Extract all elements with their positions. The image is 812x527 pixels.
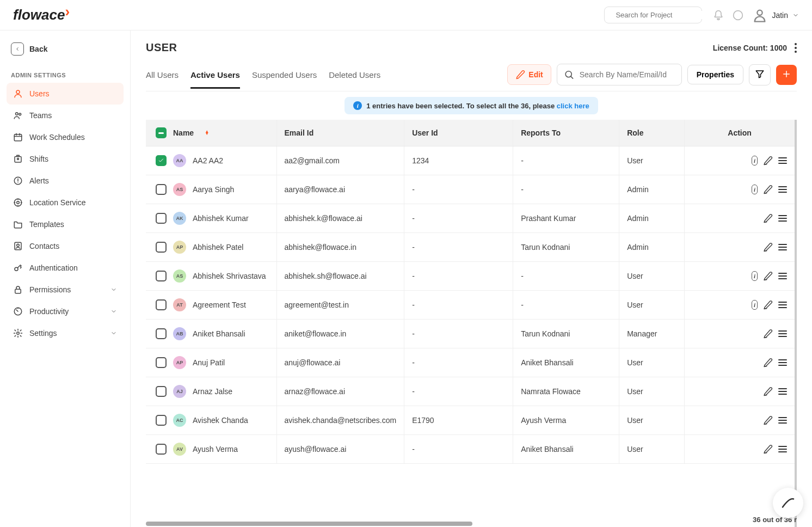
- tab-deleted-users[interactable]: Deleted Users: [329, 66, 380, 89]
- user-role: User: [619, 262, 685, 291]
- user-name: Aarya Singh: [193, 185, 234, 194]
- table-row: AA AA2 AA2 aa2@gmail.com 1234 - User i: [146, 146, 795, 175]
- sort-icon[interactable]: ▲▼: [205, 131, 209, 135]
- sidebar-item-authentication[interactable]: Authentication: [7, 257, 124, 279]
- sidebar-item-location-service[interactable]: Location Service: [7, 192, 124, 213]
- sidebar-item-contacts[interactable]: Contacts: [7, 235, 124, 257]
- filter-button[interactable]: [749, 64, 771, 85]
- sidebar-item-users[interactable]: Users: [7, 83, 124, 105]
- user-avatar: AK: [173, 212, 186, 225]
- edit-row-icon[interactable]: [763, 329, 773, 339]
- row-checkbox[interactable]: [156, 444, 167, 455]
- search-project[interactable]: [604, 7, 702, 23]
- user-id: E1790: [404, 406, 513, 435]
- select-all-checkbox[interactable]: [156, 127, 167, 138]
- user-id: -: [404, 435, 513, 464]
- column-role[interactable]: Role: [619, 120, 685, 146]
- row-checkbox[interactable]: [156, 184, 167, 195]
- search-users-input[interactable]: [580, 70, 675, 79]
- edit-row-icon[interactable]: [763, 213, 773, 223]
- sidebar-item-permissions[interactable]: Permissions: [7, 279, 124, 301]
- horizontal-scrollbar[interactable]: [146, 522, 472, 526]
- tab-active-users[interactable]: Active Users: [190, 66, 240, 89]
- row-menu-icon[interactable]: [778, 446, 787, 452]
- plus-icon: [782, 69, 791, 79]
- chevron-down-icon: [110, 308, 117, 315]
- sidebar-item-shifts[interactable]: Shifts: [7, 148, 124, 170]
- row-menu-icon[interactable]: [778, 186, 787, 193]
- row-menu-icon[interactable]: [778, 330, 787, 337]
- badge-icon: [13, 154, 23, 164]
- folder-icon: [13, 219, 23, 229]
- properties-button[interactable]: Properties: [687, 65, 743, 84]
- swoosh-icon: [780, 495, 796, 511]
- edit-row-icon[interactable]: [763, 358, 773, 367]
- row-menu-icon[interactable]: [778, 388, 787, 395]
- reports-to: -: [513, 146, 619, 175]
- edit-button[interactable]: Edit: [507, 64, 551, 85]
- row-checkbox[interactable]: [156, 213, 167, 224]
- edit-row-icon[interactable]: [763, 387, 773, 396]
- row-menu-icon[interactable]: [778, 215, 787, 222]
- more-menu[interactable]: [795, 43, 797, 53]
- sidebar-item-work-schedules[interactable]: Work Schedules: [7, 126, 124, 148]
- add-user-button[interactable]: [776, 65, 797, 85]
- back-button[interactable]: Back: [7, 39, 124, 59]
- row-menu-icon[interactable]: [778, 302, 787, 308]
- help-icon[interactable]: ?: [733, 10, 743, 21]
- row-checkbox[interactable]: [156, 386, 167, 397]
- column-name[interactable]: Name: [173, 128, 194, 137]
- row-checkbox[interactable]: [156, 155, 167, 166]
- column-reports[interactable]: Reports To: [513, 120, 619, 146]
- user-id: -: [404, 377, 513, 406]
- search-project-input[interactable]: [616, 11, 707, 19]
- edit-row-icon[interactable]: [763, 271, 773, 281]
- row-menu-icon[interactable]: [778, 417, 787, 424]
- edit-row-icon[interactable]: [763, 242, 773, 252]
- floating-help-button[interactable]: [773, 488, 803, 518]
- sidebar-item-label: Permissions: [29, 285, 71, 294]
- column-email[interactable]: Email Id: [276, 120, 404, 146]
- edit-row-icon[interactable]: [763, 300, 773, 310]
- user-email: aniket@flowace.in: [276, 320, 404, 348]
- row-menu-icon[interactable]: [778, 244, 787, 250]
- user-avatar: AB: [173, 327, 186, 340]
- user-avatar: AA: [173, 154, 186, 167]
- svg-text:?: ?: [736, 11, 740, 19]
- row-checkbox[interactable]: [156, 271, 167, 281]
- row-menu-icon[interactable]: [778, 273, 787, 279]
- row-checkbox[interactable]: [156, 357, 167, 368]
- table-row: AT Agreement Test agreement@test.in - - …: [146, 291, 795, 320]
- info-icon[interactable]: i: [752, 271, 758, 281]
- select-all-link[interactable]: click here: [557, 102, 589, 110]
- info-icon[interactable]: i: [752, 300, 758, 310]
- sidebar-item-settings[interactable]: Settings: [7, 322, 124, 344]
- svg-rect-7: [14, 134, 22, 141]
- search-users[interactable]: [557, 64, 682, 85]
- sidebar-item-alerts[interactable]: Alerts: [7, 170, 124, 192]
- edit-row-icon[interactable]: [763, 444, 773, 454]
- edit-row-icon[interactable]: [763, 415, 773, 425]
- bell-icon[interactable]: [713, 10, 724, 21]
- info-icon[interactable]: i: [752, 156, 758, 166]
- row-checkbox[interactable]: [156, 242, 167, 253]
- user-role: User: [619, 146, 685, 175]
- back-label: Back: [29, 45, 47, 53]
- info-icon[interactable]: i: [752, 185, 758, 194]
- edit-row-icon[interactable]: [763, 185, 773, 194]
- brand-logo[interactable]: flowace›: [13, 7, 70, 23]
- row-menu-icon[interactable]: [778, 157, 787, 164]
- user-menu[interactable]: Jatin: [752, 8, 799, 23]
- edit-row-icon[interactable]: [763, 156, 773, 166]
- sidebar-item-productivity[interactable]: Productivity: [7, 301, 124, 322]
- row-menu-icon[interactable]: [778, 359, 787, 366]
- search-icon: [564, 69, 574, 80]
- row-checkbox[interactable]: [156, 299, 167, 310]
- row-checkbox[interactable]: [156, 328, 167, 339]
- sidebar-item-teams[interactable]: Teams: [7, 105, 124, 126]
- tab-all-users[interactable]: All Users: [146, 66, 179, 89]
- row-checkbox[interactable]: [156, 415, 167, 426]
- sidebar-item-templates[interactable]: Templates: [7, 213, 124, 235]
- tab-suspended-users[interactable]: Suspended Users: [252, 66, 317, 89]
- column-userid[interactable]: User Id: [404, 120, 513, 146]
